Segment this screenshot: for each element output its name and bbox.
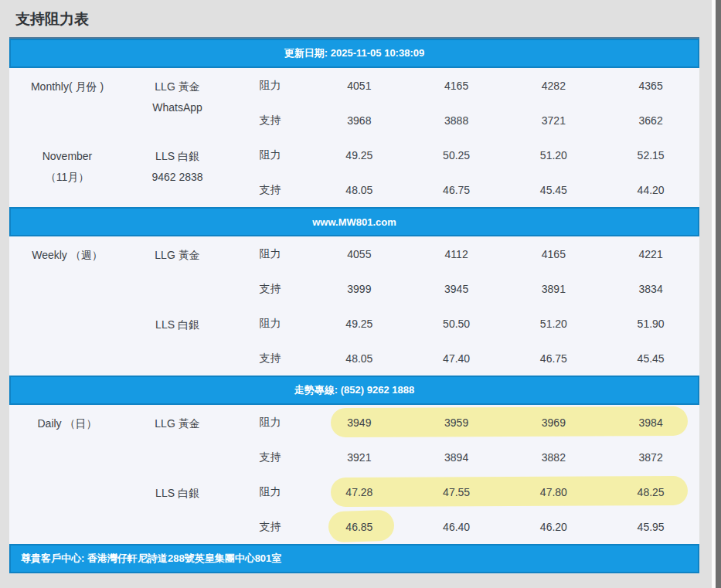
value-rows: 阻力 4055 4112 4165 4221 支持 3999 3945 3891… [230,236,699,306]
value-cell: 4165 [408,68,505,103]
row-type-label: 阻力 [230,236,311,271]
section-weekly: Weekly （週） LLG 黃金 阻力 4055 4112 4165 4221 [9,236,699,376]
period-line-1: November [9,148,125,165]
value-cell: 44.20 [602,172,699,207]
update-date-text: 更新日期: 2025-11-05 10:38:09 [284,46,424,60]
value-rows: 阻力 49.25 50.50 51.20 51.90 支持 48.05 47.4… [230,306,699,376]
row-type-label: 支持 [230,172,311,207]
value-rows: 阻力 47.28 47.55 47.80 48.25 支持 46.85 46.4… [230,474,699,544]
vertical-scrollbar[interactable] [712,0,721,588]
value-cell: 3945 [408,271,505,306]
period-cell: Monthly( 月份 ) [9,68,125,138]
row-group-weekly-silver: LLS 白銀 阻力 49.25 50.50 51.20 51.90 支持 48.… [9,306,699,376]
value-cell: 51.90 [602,306,699,341]
value-cell: 46.75 [505,341,603,376]
value-cell: 52.15 [602,138,699,172]
support-row: 支持 3968 3888 3721 3662 [230,103,699,138]
value-cell: 3921 [311,440,408,474]
value-cell: 45.45 [505,172,603,207]
value-cell: 4051 [311,68,408,103]
period-cell: Weekly （週） [9,236,125,306]
instrument-cell: LLG 黃金 WhatsApp [125,68,230,138]
instrument-cell: LLG 黃金 [125,236,230,306]
resistance-row: 阻力 49.25 50.50 51.20 51.90 [230,306,699,341]
row-type-label: 阻力 [230,68,311,103]
value-cell: 49.25 [311,138,408,172]
section-monthly: Monthly( 月份 ) LLG 黃金 WhatsApp 阻力 4051 41… [9,68,699,207]
update-date-bar: 更新日期: 2025-11-05 10:38:09 [9,39,699,68]
support-row: 支持 3921 3894 3882 3872 [230,440,699,474]
row-type-label: 阻力 [230,474,311,509]
instrument-cell: LLG 黃金 [125,405,230,474]
value-cell-highlighted: 46.85 [311,509,408,544]
value-cell: 3949 [311,405,408,440]
value-cell: 45.45 [602,341,699,376]
value-cell: 48.05 [311,172,408,207]
instrument-line-1: LLS 白銀 [125,317,230,333]
period-cell [9,474,125,544]
value-cell: 4282 [505,68,603,103]
value-cell: 3984 [602,405,699,440]
period-cell: Daily （日） [9,405,125,474]
page-title: 支持阻力表 [0,0,721,37]
value-cell: 47.40 [408,341,505,376]
section-daily: Daily （日） LLG 黃金 阻力 3949 3959 3969 3984 [9,405,699,544]
period-cell [9,306,125,376]
value-cell: 4112 [408,236,505,271]
value-cell: 3891 [505,271,603,306]
value-cell: 46.40 [408,509,505,544]
value-cell: 4365 [602,68,699,103]
value-cell: 51.20 [505,306,603,341]
value-cell: 3721 [505,103,603,138]
instrument-line-1: LLG 黃金 [125,247,230,263]
value-cell: 46.20 [505,509,603,544]
period-line-1: Daily （日） [9,416,125,432]
resistance-row: 阻力 4055 4112 4165 4221 [230,236,699,271]
hotline-text: 走勢專線: (852) 9262 1888 [294,383,414,397]
instrument-line-1: LLG 黃金 [125,416,230,432]
support-row: 支持 48.05 46.75 45.45 44.20 [230,172,699,207]
row-type-label: 支持 [230,271,311,306]
value-cell: 4165 [505,236,603,271]
instrument-line-2: WhatsApp [125,100,230,116]
value-cell: 48.05 [311,341,408,376]
row-type-label: 支持 [230,103,311,138]
hotline-bar: 走勢專線: (852) 9262 1888 [9,376,699,405]
resistance-row-highlighted: 阻力 47.28 47.55 47.80 48.25 [230,474,699,509]
row-type-label: 支持 [230,509,311,544]
instrument-cell: LLS 白銀 9462 2838 [125,138,230,207]
value-cell: 3959 [408,405,505,440]
period-line-1: Weekly （週） [9,247,125,263]
footer-address-bar: 尊貴客戶中心: 香港灣仔軒尼詩道288號英皇集團中心801室 [9,544,699,573]
row-group-monthly-silver: November （11月） LLS 白銀 9462 2838 阻力 49.25… [9,138,699,207]
support-row: 支持 3999 3945 3891 3834 [230,271,699,306]
resistance-row: 阻力 4051 4165 4282 4365 [230,68,699,103]
value-rows: 阻力 3949 3959 3969 3984 支持 3921 3894 3882… [230,405,699,474]
row-type-label: 支持 [230,440,311,474]
scrollbar-thumb[interactable] [716,0,721,588]
value-cell: 51.20 [505,138,603,172]
value-cell: 47.80 [505,474,603,509]
period-line-1: Monthly( 月份 ) [9,79,125,95]
value-rows: 阻力 4051 4165 4282 4365 支持 3968 3888 3721… [230,68,699,138]
row-group-monthly-gold: Monthly( 月份 ) LLG 黃金 WhatsApp 阻力 4051 41… [9,68,699,138]
value-cell: 50.50 [408,306,505,341]
value-cell: 3662 [602,103,699,138]
value-cell: 3888 [408,103,505,138]
period-cell: November （11月） [9,138,125,207]
row-type-label: 阻力 [230,306,311,341]
value-cell: 3999 [311,271,408,306]
value-cell: 48.25 [602,474,699,509]
value-cell: 49.25 [311,306,408,341]
value-cell: 3882 [505,440,603,474]
value-cell: 46.75 [408,172,505,207]
row-type-label: 支持 [230,341,311,376]
value-cell: 50.25 [408,138,505,172]
instrument-line-1: LLS 白銀 [125,485,230,501]
support-resistance-table: 更新日期: 2025-11-05 10:38:09 Monthly( 月份 ) … [9,37,699,573]
value-cell: 3894 [408,440,505,474]
instrument-line-1: LLG 黃金 [125,79,230,95]
instrument-line-2: 9462 2838 [125,169,230,185]
resistance-row-highlighted: 阻力 3949 3959 3969 3984 [230,405,699,440]
value-cell: 3834 [602,271,699,306]
